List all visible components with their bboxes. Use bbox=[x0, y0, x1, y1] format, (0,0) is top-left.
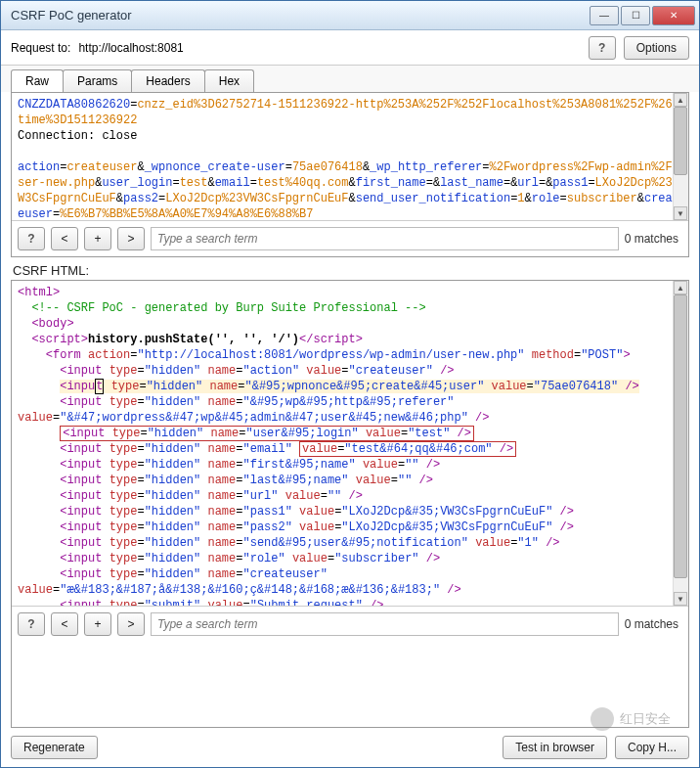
watermark-icon bbox=[591, 707, 614, 731]
footer: Regenerate Test in browser Copy H... bbox=[1, 728, 699, 767]
minimize-button[interactable]: — bbox=[590, 6, 619, 25]
tab-raw[interactable]: Raw bbox=[11, 69, 64, 92]
search-help-button[interactable]: ? bbox=[18, 612, 45, 636]
scroll-thumb[interactable] bbox=[674, 107, 687, 175]
titlebar[interactable]: CSRF PoC generator — ☐ ✕ bbox=[1, 1, 699, 30]
raw-code[interactable]: CNZZDATA80862620=cnzz_eid%3D62752714-151… bbox=[12, 93, 688, 220]
search-help-button[interactable]: ? bbox=[18, 227, 45, 250]
options-button[interactable]: Options bbox=[624, 36, 689, 60]
test-in-browser-button[interactable]: Test in browser bbox=[503, 736, 607, 759]
scroll-up-icon[interactable]: ▲ bbox=[674, 93, 687, 107]
search-next-button[interactable]: > bbox=[117, 612, 145, 636]
raw-panel: CNZZDATA80862620=cnzz_eid%3D62752714-151… bbox=[11, 92, 689, 257]
highlight-box-2: value="test&#64;qq&#46;com" /> bbox=[299, 441, 516, 457]
search-matches: 0 matches bbox=[625, 232, 682, 246]
help-button[interactable]: ? bbox=[589, 36, 616, 60]
request-toolbar: Request to: http://localhost:8081 ? Opti… bbox=[1, 30, 699, 66]
scroll-up-icon[interactable]: ▲ bbox=[674, 281, 687, 294]
search-add-button[interactable]: + bbox=[84, 612, 111, 636]
request-to-value: http://localhost:8081 bbox=[78, 41, 183, 55]
scroll-down-icon[interactable]: ▼ bbox=[674, 592, 687, 606]
raw-searchbar: ? < + > 0 matches bbox=[12, 220, 688, 256]
scroll-thumb[interactable] bbox=[674, 294, 687, 578]
scroll-down-icon[interactable]: ▼ bbox=[674, 206, 687, 220]
request-to-label: Request to: bbox=[11, 41, 70, 55]
csrf-panel: <html> <!-- CSRF PoC - generated by Burp… bbox=[11, 280, 689, 728]
window: CSRF PoC generator — ☐ ✕ Request to: htt… bbox=[0, 0, 700, 768]
tab-hex[interactable]: Hex bbox=[204, 69, 254, 92]
csrf-code[interactable]: <html> <!-- CSRF PoC - generated by Burp… bbox=[12, 281, 688, 606]
tab-params[interactable]: Params bbox=[63, 69, 132, 92]
search-prev-button[interactable]: < bbox=[51, 227, 78, 250]
highlight-box-1: <input type="hidden" name="user&#95;logi… bbox=[60, 426, 474, 441]
csrf-searchbar: ? < + > 0 matches bbox=[12, 606, 688, 642]
window-buttons: — ☐ ✕ bbox=[590, 6, 695, 25]
close-button[interactable]: ✕ bbox=[652, 6, 695, 25]
search-input[interactable] bbox=[151, 612, 619, 636]
watermark: 红日安全 bbox=[591, 707, 671, 731]
watermark-text: 红日安全 bbox=[620, 710, 671, 728]
tabs: Raw Params Headers Hex bbox=[1, 66, 699, 92]
copy-html-button[interactable]: Copy H... bbox=[615, 736, 689, 759]
regenerate-button[interactable]: Regenerate bbox=[11, 736, 98, 759]
search-matches: 0 matches bbox=[625, 617, 682, 631]
tab-headers[interactable]: Headers bbox=[131, 69, 204, 92]
raw-scrollbar[interactable]: ▲ ▼ bbox=[673, 93, 688, 220]
window-title: CSRF PoC generator bbox=[11, 8, 590, 23]
search-input[interactable] bbox=[151, 227, 619, 250]
search-prev-button[interactable]: < bbox=[51, 612, 78, 636]
csrf-scrollbar[interactable]: ▲ ▼ bbox=[673, 281, 688, 606]
csrf-html-label: CSRF HTML: bbox=[1, 257, 699, 280]
maximize-button[interactable]: ☐ bbox=[621, 6, 650, 25]
search-next-button[interactable]: > bbox=[117, 227, 145, 250]
search-add-button[interactable]: + bbox=[84, 227, 111, 250]
